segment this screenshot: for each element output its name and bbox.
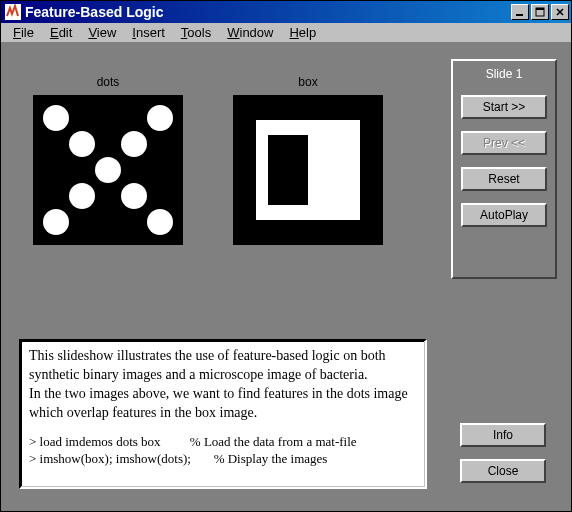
image-dots-container: dots [33,75,183,265]
image-dots-label: dots [97,75,120,89]
image-box [233,95,383,245]
slide-indicator: Slide 1 [486,67,523,81]
client-area: dots box [1,43,571,511]
window-controls [511,4,569,20]
minimize-button[interactable] [511,4,529,20]
close-button[interactable] [551,4,569,20]
svg-rect-16 [268,135,308,205]
close-app-button[interactable]: Close [460,459,546,483]
image-area: dots box [33,75,403,265]
app-icon [5,4,21,20]
menu-file[interactable]: File [5,23,42,42]
svg-rect-3 [536,8,544,10]
svg-rect-1 [516,14,523,16]
window-title: Feature-Based Logic [25,4,511,20]
autoplay-button[interactable]: AutoPlay [461,203,547,227]
code-line-2: > imshow(box); imshow(dots); % Display t… [29,450,417,468]
maximize-button[interactable] [531,4,549,20]
svg-point-11 [121,183,147,209]
prev-button: Prev << [461,131,547,155]
menu-edit[interactable]: Edit [42,23,80,42]
code-line-1: > load imdemos dots box % Load the data … [29,433,417,451]
start-button[interactable]: Start >> [461,95,547,119]
slideshow-control-panel: Slide 1 Start >> Prev << Reset AutoPlay [451,59,557,279]
svg-point-5 [43,105,69,131]
description-paragraph-1: This slideshow illustrates the use of fe… [29,347,417,385]
svg-point-12 [43,209,69,235]
svg-point-13 [147,209,173,235]
image-box-container: box [233,75,383,265]
menu-tools[interactable]: Tools [173,23,219,42]
application-window: Feature-Based Logic File Edit View Inser… [0,0,572,512]
bottom-button-group: Info Close [455,423,551,483]
svg-point-10 [69,183,95,209]
menu-view[interactable]: View [80,23,124,42]
description-panel: This slideshow illustrates the use of fe… [19,339,427,489]
svg-point-9 [95,157,121,183]
info-button[interactable]: Info [460,423,546,447]
description-paragraph-2: In the two images above, we want to find… [29,385,417,423]
titlebar: Feature-Based Logic [1,1,571,23]
menu-help[interactable]: Help [281,23,324,42]
menu-window[interactable]: Window [219,23,281,42]
image-box-label: box [298,75,317,89]
image-dots [33,95,183,245]
reset-button[interactable]: Reset [461,167,547,191]
svg-point-8 [121,131,147,157]
menu-insert[interactable]: Insert [124,23,173,42]
svg-point-6 [147,105,173,131]
menubar: File Edit View Insert Tools Window Help [1,23,571,43]
svg-point-7 [69,131,95,157]
